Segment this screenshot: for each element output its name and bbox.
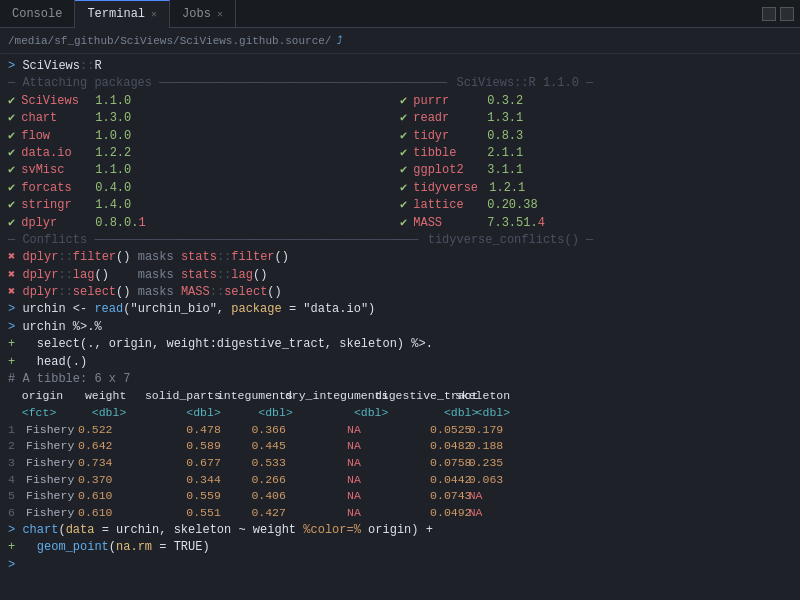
- pkg-flow: ✔flow 1.0.0: [8, 128, 400, 145]
- maximize-button[interactable]: [780, 7, 794, 21]
- pkg-dataio: ✔data.io1.2.2: [8, 145, 400, 162]
- conflict-3: ✖ dplyr::select() masks MASS::select(): [8, 284, 792, 301]
- pkg-lattice: ✔lattice0.20.38: [400, 197, 792, 214]
- pkg-row-7: ✔stringr1.4.0 ✔lattice0.20.38: [8, 197, 792, 214]
- path-bar: /media/sf_github/SciViews/SciViews.githu…: [0, 28, 800, 54]
- pkg-svmisc: ✔svMisc 1.1.0: [8, 162, 400, 179]
- tab-jobs-close[interactable]: ✕: [217, 8, 223, 20]
- tab-bar: Console Terminal ✕ Jobs ✕: [0, 0, 800, 28]
- cmd-select: + select(., origin, weight:digestive_tra…: [8, 336, 792, 353]
- minimize-button[interactable]: [762, 7, 776, 21]
- pkg-row-3: ✔flow 1.0.0 ✔tidyr 0.8.3: [8, 128, 792, 145]
- tab-terminal[interactable]: Terminal ✕: [75, 0, 170, 28]
- path-link-icon: ⤴: [337, 34, 343, 47]
- pkg-ggplot2: ✔ggplot23.1.1: [400, 162, 792, 179]
- pkg-tidyr: ✔tidyr 0.8.3: [400, 128, 792, 145]
- cmd-geom-point: + geom_point(na.rm = TRUE): [8, 539, 792, 556]
- pkg-mass: ✔MASS 7.3.51.4: [400, 215, 792, 232]
- cmd-urchin-pipe: > urchin %>.%: [8, 319, 792, 336]
- tab-console-label: Console: [12, 7, 62, 21]
- pkg-dplyr: ✔dplyr 0.8.0.1: [8, 215, 400, 232]
- cmd-head: + head(.): [8, 354, 792, 371]
- pkg-forcats: ✔forcats0.4.0: [8, 180, 400, 197]
- conflict-1: ✖ dplyr::filter() masks stats::filter(): [8, 249, 792, 266]
- conflict-2: ✖ dplyr::lag() masks stats::lag(): [8, 267, 792, 284]
- path-text: /media/sf_github/SciViews/SciViews.githu…: [8, 35, 331, 47]
- tibble-row-1: 1 Fishery 0.522 0.478 0.366 NA 0.0525 0.…: [8, 422, 792, 439]
- tibble-row-3: 3 Fishery 0.734 0.677 0.533 NA 0.0758 0.…: [8, 455, 792, 472]
- tibble-row-2: 2 Fishery 0.642 0.589 0.445 NA 0.0482 0.…: [8, 438, 792, 455]
- pkg-row-4: ✔data.io1.2.2 ✔tibble 2.1.1: [8, 145, 792, 162]
- tab-console[interactable]: Console: [0, 0, 75, 28]
- tibble-row-6: 6 Fishery 0.610 0.551 0.427 NA 0.0492 NA: [8, 505, 792, 522]
- pkg-row-1: ✔SciViews1.1.0 ✔purrr 0.3.2: [8, 93, 792, 110]
- tibble-row-4: 4 Fishery 0.370 0.344 0.266 NA 0.0442 0.…: [8, 472, 792, 489]
- tibble-row-5: 5 Fishery 0.610 0.559 0.406 NA 0.0743 NA: [8, 488, 792, 505]
- attaching-packages-section: — Attaching packages ———————————————————…: [8, 75, 792, 92]
- pkg-purrr: ✔purrr 0.3.2: [400, 93, 792, 110]
- tab-terminal-label: Terminal: [87, 7, 145, 21]
- conflicts-section: — Conflicts ————————————————————————————…: [8, 232, 792, 249]
- tab-jobs-label: Jobs: [182, 7, 211, 21]
- tibble-comment: # A tibble: 6 x 7: [8, 371, 792, 388]
- cmd-empty-prompt: >: [8, 557, 792, 574]
- command-sciviews: > SciViews::R: [8, 58, 792, 75]
- pkg-stringr: ✔stringr1.4.0: [8, 197, 400, 214]
- pkg-tibble: ✔tibble 2.1.1: [400, 145, 792, 162]
- pkg-tidyverse: ✔tidyverse1.2.1: [400, 180, 792, 197]
- pkg-row-8: ✔dplyr 0.8.0.1 ✔MASS 7.3.51.4: [8, 215, 792, 232]
- tab-jobs[interactable]: Jobs ✕: [170, 0, 236, 28]
- tibble-table: origin weight solid_parts integuments dr…: [8, 388, 792, 521]
- pkg-row-6: ✔forcats0.4.0 ✔tidyverse1.2.1: [8, 180, 792, 197]
- terminal-content[interactable]: > SciViews::R — Attaching packages —————…: [0, 54, 800, 600]
- pkg-chart: ✔chart 1.3.0: [8, 110, 400, 127]
- pkg-readr: ✔readr 1.3.1: [400, 110, 792, 127]
- pkg-row-5: ✔svMisc 1.1.0 ✔ggplot23.1.1: [8, 162, 792, 179]
- cmd-chart: > chart(data = urchin, skeleton ~ weight…: [8, 522, 792, 539]
- window-controls: [762, 7, 800, 21]
- cmd-urchin-read: > urchin <- read("urchin_bio", package =…: [8, 301, 792, 318]
- pkg-sciviews: ✔SciViews1.1.0: [8, 93, 400, 110]
- pkg-row-2: ✔chart 1.3.0 ✔readr 1.3.1: [8, 110, 792, 127]
- tab-terminal-close[interactable]: ✕: [151, 8, 157, 20]
